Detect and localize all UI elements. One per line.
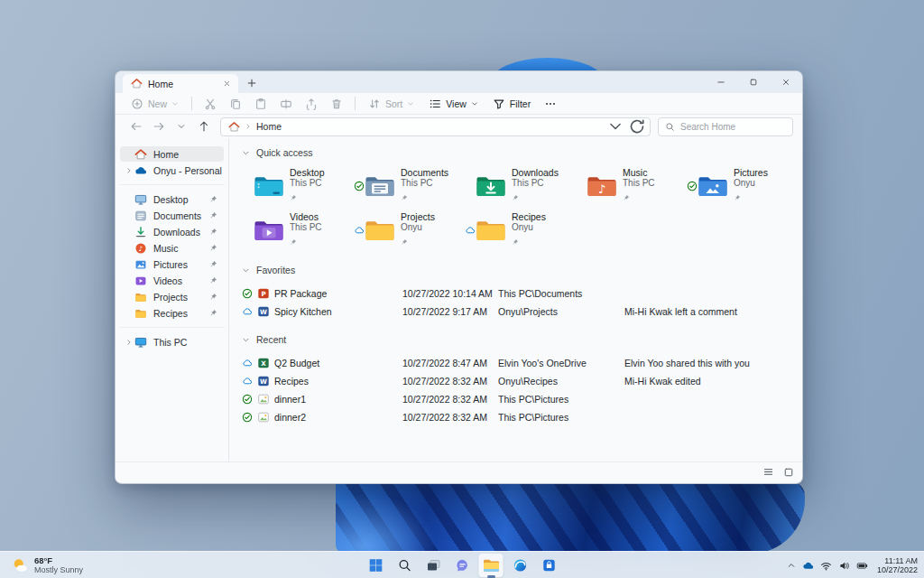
copy-button[interactable] <box>224 95 247 113</box>
search-taskbar-button[interactable] <box>393 554 417 577</box>
cloud-status-icon <box>242 358 253 368</box>
quick-access-tile-recipes[interactable]: RecipesOnyu <box>464 210 575 249</box>
sidebar-item-onyu-personal[interactable]: Onyu - Personal <box>120 163 224 178</box>
quick-access-tile-documents[interactable]: DocumentsThis PC <box>353 166 464 205</box>
sidebar-item-videos[interactable]: Videos <box>120 273 224 288</box>
taskbar-clock[interactable]: 11:11 AM 10/27/2022 <box>877 556 918 575</box>
new-tab-button[interactable] <box>242 74 262 92</box>
file-explorer-window: RecipesHome New Sort View <box>115 70 803 484</box>
volume-tray-icon[interactable] <box>838 560 850 572</box>
breadcrumb[interactable]: Home <box>256 121 282 132</box>
section-header-favorites[interactable]: Favorites <box>242 263 797 277</box>
file-row-dinner1[interactable]: dinner110/27/2022 8:32 AMThis PC\Picture… <box>242 390 797 408</box>
section-header-recent[interactable]: Recent <box>242 332 797 347</box>
file-row-q2-budget[interactable]: XQ2 Budget10/27/2022 8:47 AMElvin Yoo's … <box>242 354 797 372</box>
file-explorer-taskbar-button[interactable] <box>479 554 504 577</box>
sort-button[interactable]: Sort <box>362 95 420 113</box>
battery-tray-icon[interactable] <box>856 560 868 572</box>
tile-text: DocumentsThis PC <box>401 167 448 205</box>
file-row-recipes[interactable]: WRecipes10/27/2022 8:32 AMOnyu\RecipesMi… <box>242 372 797 390</box>
file-row-spicy-kitchen[interactable]: WSpicy Kitchen10/27/2022 9:17 AMOnyu\Pro… <box>242 303 797 321</box>
cut-button[interactable] <box>199 95 222 113</box>
file-date-modified: 10/27/2022 8:32 AM <box>402 412 498 423</box>
tile-name: Documents <box>401 167 448 178</box>
tab-close-button[interactable] <box>220 70 233 71</box>
refresh-button[interactable] <box>628 117 646 136</box>
chevron-right-icon[interactable] <box>123 167 134 174</box>
quick-access-tile-pictures[interactable]: PicturesOnyu <box>686 166 797 205</box>
sidebar-item-projects[interactable]: Projects <box>120 289 224 304</box>
weather-widget[interactable]: 68°F Mostly Sunny <box>5 552 88 578</box>
maximize-button[interactable] <box>737 71 770 93</box>
file-row-dinner2[interactable]: dinner210/27/2022 8:32 AMThis PC\Picture… <box>242 408 797 426</box>
sidebar-item-downloads[interactable]: Downloads <box>120 224 224 239</box>
tile-location: This PC <box>290 222 322 233</box>
large-icons-view-button[interactable] <box>783 467 794 478</box>
search-box[interactable] <box>658 117 793 136</box>
address-bar[interactable]: Home <box>220 117 651 136</box>
tab-close-button[interactable] <box>220 78 233 90</box>
search-input[interactable] <box>680 122 786 132</box>
quick-access-tile-music[interactable]: ♪MusicThis PC <box>575 166 686 205</box>
section-title: Recent <box>256 334 286 345</box>
sidebar-item-this-pc[interactable]: This PC <box>120 334 224 350</box>
copy-icon <box>229 98 242 110</box>
close-button[interactable] <box>770 71 802 93</box>
show-hidden-icons-button[interactable] <box>787 561 796 570</box>
new-button[interactable]: New <box>125 95 185 113</box>
back-button[interactable] <box>125 117 147 136</box>
file-activity: Mi-Hi Kwak edited <box>624 376 797 387</box>
up-button[interactable] <box>192 117 215 136</box>
share-button[interactable] <box>300 95 323 113</box>
address-dropdown-button[interactable] <box>607 117 624 136</box>
chevron-right-icon[interactable] <box>123 339 134 346</box>
more-icon <box>544 98 557 110</box>
details-view-button[interactable] <box>762 466 774 478</box>
edge-taskbar-button[interactable] <box>508 554 532 577</box>
tab-home[interactable]: Home <box>123 74 238 93</box>
cloud-status-icon <box>353 225 365 236</box>
minimize-button[interactable] <box>705 71 737 93</box>
more-options-button[interactable] <box>539 95 562 113</box>
icons-view-icon <box>783 467 794 478</box>
sidebar-item-home[interactable]: Home <box>120 146 224 162</box>
windows-taskbar-button[interactable] <box>364 554 388 577</box>
sidebar-item-pictures[interactable]: Pictures <box>120 256 224 272</box>
sidebar-item-desktop[interactable]: Desktop <box>120 191 224 207</box>
quick-access-tile-videos[interactable]: VideosThis PC <box>242 210 353 249</box>
task-view-taskbar-button[interactable] <box>421 554 446 577</box>
tile-text: RecipesOnyu <box>512 211 546 249</box>
tile-name: Music <box>623 167 655 178</box>
sort-icon <box>368 98 381 110</box>
quick-access-tile-downloads[interactable]: DownloadsThis PC <box>464 166 575 205</box>
store-taskbar-button[interactable] <box>537 554 561 577</box>
file-activity: Elvin Yoo shared this with you <box>624 358 797 368</box>
excel-file-icon: X <box>257 357 270 369</box>
search-icon <box>397 558 411 573</box>
tile-text: PicturesOnyu <box>734 167 768 205</box>
wifi-tray-icon[interactable] <box>820 560 832 572</box>
sidebar-item-label: Music <box>153 243 178 254</box>
folder-small-icon <box>134 307 147 320</box>
edge-icon <box>513 558 527 573</box>
home-icon <box>131 78 143 89</box>
sidebar-item-documents[interactable]: Documents <box>120 208 224 223</box>
file-row-pr-package[interactable]: PPR Package10/27/2022 10:14 AMThis PC\Do… <box>242 284 797 303</box>
quick-access-tile-projects[interactable]: ProjectsOnyu <box>353 210 464 249</box>
quick-access-tile-desktop[interactable]: DesktopThis PC <box>242 166 353 205</box>
onedrive-tray-icon[interactable] <box>802 560 814 572</box>
recent-locations-button[interactable] <box>170 117 192 136</box>
tile-text: DesktopThis PC <box>290 167 325 205</box>
filter-button[interactable]: Filter <box>486 95 537 113</box>
sidebar-item-recipes[interactable]: Recipes <box>120 305 224 321</box>
forward-button[interactable] <box>147 117 170 136</box>
paste-button[interactable] <box>249 95 273 113</box>
sidebar-item-music[interactable]: ♪Music <box>120 240 224 256</box>
content-pane: Quick access DesktopThis PCDocumentsThis… <box>229 138 802 461</box>
section-header-quick-access[interactable]: Quick access <box>242 145 797 160</box>
chat-taskbar-button[interactable] <box>450 554 475 577</box>
delete-button[interactable] <box>325 95 348 113</box>
clock-date: 10/27/2022 <box>877 565 918 575</box>
rename-button[interactable] <box>274 95 298 113</box>
view-button[interactable]: View <box>422 95 485 113</box>
